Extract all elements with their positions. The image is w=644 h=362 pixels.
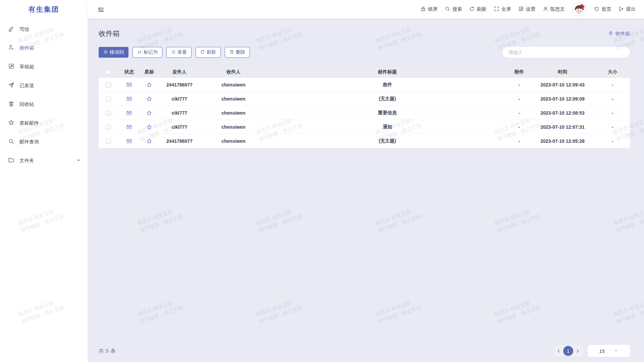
table-header-row: 状态 星标 发件人 收件人 邮件标题 附件 时间 大小	[99, 66, 630, 78]
breadcrumb[interactable]: 收件箱	[608, 31, 630, 37]
settings-edit-icon	[518, 6, 524, 13]
recipient-cell: chensiwen	[201, 82, 266, 87]
current-page-button[interactable]: 1	[563, 346, 573, 356]
delete-button[interactable]: 删除	[225, 47, 250, 58]
size-cell: -	[595, 82, 630, 87]
star-toggle-icon[interactable]	[140, 138, 158, 144]
sidebar-item-label: 已发送	[19, 82, 34, 89]
logout-button[interactable]: 退出	[618, 6, 636, 13]
mail-status-icon[interactable]	[118, 110, 140, 116]
subject-cell[interactable]: (无主题)	[266, 96, 508, 102]
mark-as-button[interactable]: 标记为	[132, 47, 162, 58]
pagination: 1	[553, 345, 584, 357]
sidebar-menu: 写信 收件箱 草稿箱 已发送 回收站 星标邮件 邮件查询 文件夹	[0, 18, 88, 170]
sidebar-item-inbox[interactable]: 收件箱	[0, 39, 88, 57]
attachment-cell: -	[508, 96, 530, 102]
column-header-status: 状态	[118, 69, 140, 75]
mail-row[interactable]: 2441786077chensiwen急件-2023-07-10 12:09:4…	[99, 78, 630, 92]
total-count: 共 5 条	[99, 348, 116, 354]
time-cell: 2023-07-10 12:05:28	[530, 138, 595, 144]
time-cell: 2023-07-10 12:08:53	[530, 110, 595, 116]
view-button[interactable]: 查看	[166, 47, 192, 58]
move-to-button[interactable]: 移动到	[99, 47, 128, 58]
subject-cell[interactable]: 重要信息	[266, 110, 508, 116]
attachment-cell: -	[508, 124, 530, 130]
size-cell: -	[595, 110, 630, 116]
row-checkbox[interactable]	[106, 110, 111, 115]
mail-row[interactable]: cikl777chensiwen通知-2023-07-10 12:07:31-	[99, 120, 630, 134]
mail-search-input[interactable]	[502, 47, 630, 58]
delete-label: 删除	[236, 49, 245, 55]
draft-edit-icon	[8, 63, 14, 70]
sidebar-collapse-icon[interactable]	[97, 6, 105, 13]
user-menu[interactable]: 陈思文	[543, 6, 565, 13]
logout-icon	[618, 6, 624, 13]
sidebar-item-drafts[interactable]: 草稿箱	[0, 57, 88, 76]
sidebar-item-compose[interactable]: 写信	[0, 20, 88, 39]
home-label: 首页	[601, 6, 611, 12]
sidebar-item-starred[interactable]: 星标邮件	[0, 114, 88, 132]
table-footer: 共 5 条 1 15	[99, 345, 630, 357]
refresh-icon	[200, 50, 205, 55]
user-avatar[interactable]	[572, 2, 587, 17]
column-header-star: 星标	[140, 69, 158, 75]
location-pin-icon	[608, 31, 613, 37]
sidebar-item-mail-search[interactable]: 邮件查询	[0, 132, 88, 151]
search-icon	[445, 6, 450, 13]
home-button[interactable]: 首页	[594, 6, 611, 13]
table-body: 2441786077chensiwen急件-2023-07-10 12:09:4…	[99, 78, 630, 148]
page-title: 收件箱	[99, 29, 120, 38]
column-header-subject: 邮件标题	[266, 69, 508, 75]
sidebar-item-label: 邮件查询	[19, 139, 39, 145]
fullscreen-icon	[494, 6, 499, 13]
mail-status-icon[interactable]	[118, 82, 140, 88]
row-checkbox[interactable]	[106, 124, 111, 129]
row-checkbox[interactable]	[106, 138, 111, 143]
search-button[interactable]: 搜索	[445, 6, 462, 13]
attachment-cell: -	[508, 82, 530, 87]
lock-screen-label: 锁屏	[428, 6, 438, 12]
subject-cell[interactable]: 急件	[266, 82, 508, 88]
row-checkbox[interactable]	[106, 96, 111, 101]
username-label: 陈思文	[550, 6, 565, 12]
mail-row[interactable]: 2441786077chensiwen(无主题)-2023-07-10 12:0…	[99, 134, 630, 148]
mail-status-icon[interactable]	[118, 138, 140, 144]
fullscreen-button[interactable]: 全屏	[494, 6, 511, 13]
recipient-cell: chensiwen	[201, 124, 266, 130]
sidebar-item-trash[interactable]: 回收站	[0, 95, 88, 114]
time-cell: 2023-07-10 12:09:09	[530, 96, 595, 102]
sidebar-item-label: 草稿箱	[19, 64, 34, 70]
sidebar: 有生集团 写信 收件箱 草稿箱 已发送 回收站 星标邮件 邮件查询	[0, 0, 88, 362]
row-checkbox[interactable]	[106, 82, 111, 87]
refresh-list-button[interactable]: 刷新	[196, 47, 221, 58]
sidebar-item-label: 回收站	[19, 101, 34, 108]
subject-cell[interactable]: (无主题)	[266, 138, 508, 144]
mail-status-icon[interactable]	[118, 96, 140, 102]
select-all-checkbox[interactable]	[106, 70, 111, 75]
star-toggle-icon[interactable]	[140, 110, 158, 116]
mail-row[interactable]: cikl777chensiwen重要信息-2023-07-10 12:08:53…	[99, 106, 630, 120]
logout-label: 退出	[626, 6, 636, 12]
sidebar-item-folders[interactable]: 文件夹	[0, 151, 88, 170]
sidebar-item-sent[interactable]: 已发送	[0, 76, 88, 95]
mail-row[interactable]: cikl777chensiwen(无主题)-2023-07-10 12:09:0…	[99, 92, 630, 106]
view-label: 查看	[177, 49, 187, 55]
pencil-icon	[8, 25, 14, 33]
settings-button[interactable]: 设置	[518, 6, 536, 13]
subject-cell[interactable]: 通知	[266, 124, 508, 130]
page-size-select[interactable]: 15	[588, 345, 630, 357]
star-toggle-icon[interactable]	[140, 124, 158, 130]
next-page-button[interactable]	[575, 349, 580, 354]
star-toggle-icon[interactable]	[140, 82, 158, 88]
sender-cell: cikl777	[158, 110, 201, 116]
lock-screen-button[interactable]: 锁屏	[420, 6, 438, 13]
inbox-user-arrow-icon	[8, 44, 14, 52]
prev-page-button[interactable]	[556, 349, 561, 354]
size-cell: -	[595, 96, 630, 102]
folder-icon	[8, 157, 14, 164]
star-toggle-icon[interactable]	[140, 96, 158, 102]
breadcrumb-label: 收件箱	[615, 31, 630, 37]
refresh-button[interactable]: 刷新	[469, 6, 487, 13]
mail-status-icon[interactable]	[118, 124, 140, 130]
sender-cell: 2441786077	[158, 138, 201, 144]
